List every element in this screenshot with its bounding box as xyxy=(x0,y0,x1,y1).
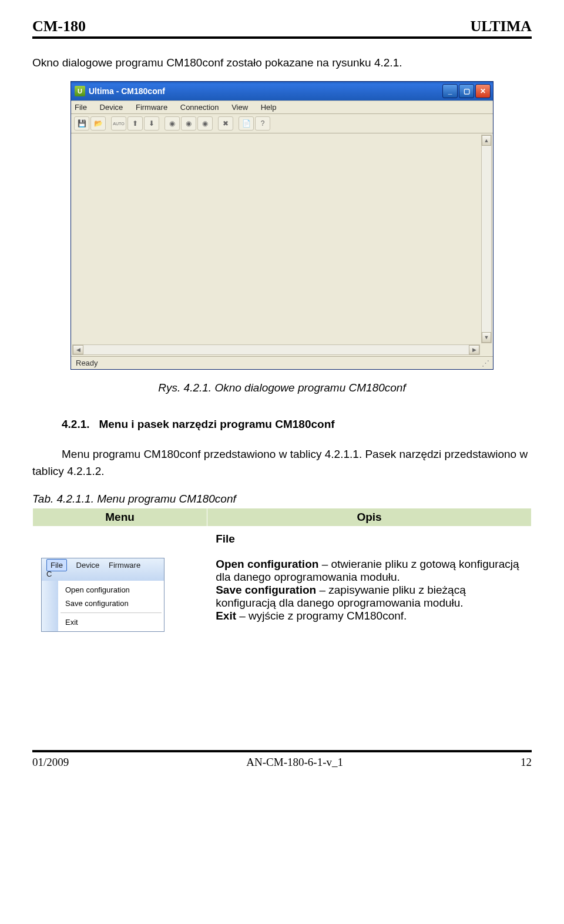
disconnect-icon[interactable]: ✖ xyxy=(218,116,233,130)
file-menu-tabs: File Device Firmware C xyxy=(42,558,164,581)
footer-rule xyxy=(32,750,532,752)
scroll-right-icon[interactable]: ▶ xyxy=(469,345,479,354)
col-menu-header: Menu xyxy=(33,508,207,527)
menu-item-save-configuration[interactable]: Save configuration xyxy=(58,597,164,610)
scroll-left-icon[interactable]: ◀ xyxy=(73,345,83,354)
titlebar: U Ultima - CM180conf _ ▢ ✕ xyxy=(71,82,493,101)
section-number: 4.2.1. xyxy=(62,418,90,430)
menu-separator xyxy=(61,612,162,613)
menu-item-open-configuration[interactable]: Open configuration xyxy=(58,583,164,597)
client-area: ▲ ▼ ◀ ▶ xyxy=(71,133,493,357)
minimize-button[interactable]: _ xyxy=(442,84,458,98)
scroll-up-icon[interactable]: ▲ xyxy=(482,135,491,146)
menu-item-exit[interactable]: Exit xyxy=(58,615,164,629)
menu-connection[interactable]: Connection xyxy=(180,103,219,112)
auto-icon[interactable]: AUTO xyxy=(111,116,126,130)
menu-table: Menu Opis File File Device Firmware C Op… xyxy=(32,508,532,638)
footer-left: 01/2009 xyxy=(32,756,69,769)
doc-icon[interactable]: 📄 xyxy=(239,116,254,130)
doc-header-left: CM-180 xyxy=(32,18,86,35)
intro-paragraph: Okno dialogowe programu CM180conf został… xyxy=(32,56,532,69)
col-opis-header: Opis xyxy=(207,508,532,527)
node-b-icon[interactable]: ◉ xyxy=(181,116,196,130)
menu-file[interactable]: File xyxy=(75,103,87,112)
figure-caption: Rys. 4.2.1. Okno dialogowe programu CM18… xyxy=(32,381,532,394)
tab-device[interactable]: Device xyxy=(76,561,100,570)
menu-help[interactable]: Help xyxy=(261,103,277,112)
close-button[interactable]: ✕ xyxy=(475,84,491,98)
file-section-label: File xyxy=(216,533,235,545)
statusbar: Ready ⋰ xyxy=(71,357,493,369)
section-title: Menu i pasek narzędzi programu CM180conf xyxy=(99,418,334,430)
scroll-down-icon[interactable]: ▼ xyxy=(482,332,491,343)
maximize-button[interactable]: ▢ xyxy=(459,84,474,98)
tab-firmware[interactable]: Firmware xyxy=(109,561,140,570)
file-menu-cell: File Device Firmware C Open configuratio… xyxy=(33,552,207,638)
footer-center: AN-CM-180-6-1-v_1 xyxy=(246,756,343,769)
menubar: File Device Firmware Connection View Hel… xyxy=(71,101,493,114)
node-a-icon[interactable]: ◉ xyxy=(164,116,180,130)
toolbar: 💾 📂 AUTO ⬆ ⬇ ◉ ◉ ◉ ✖ 📄 ? xyxy=(71,114,493,133)
header-rule xyxy=(32,36,532,39)
open-icon[interactable]: 📂 xyxy=(90,116,106,130)
file-description-cell: Open configuration – otwieranie pliku z … xyxy=(207,552,532,638)
table-caption: Tab. 4.2.1.1. Menu programu CM180conf xyxy=(32,493,532,505)
help-icon[interactable]: ? xyxy=(255,116,270,130)
download-icon[interactable]: ⬇ xyxy=(144,116,159,130)
section-paragraph: Menu programu CM180conf przedstawiono w … xyxy=(32,446,532,480)
desc-open-bold: Open configuration xyxy=(216,558,318,570)
app-icon: U xyxy=(75,86,85,96)
desc-exit-bold: Exit xyxy=(216,610,236,622)
app-window-screenshot: U Ultima - CM180conf _ ▢ ✕ File Device F… xyxy=(70,81,494,370)
upload-icon[interactable]: ⬆ xyxy=(127,116,143,130)
desc-exit-text: – wyjście z programy CM180conf. xyxy=(236,610,407,622)
node-c-icon[interactable]: ◉ xyxy=(197,116,213,130)
menu-device[interactable]: Device xyxy=(100,103,123,112)
resize-grip-icon[interactable]: ⋰ xyxy=(482,359,488,367)
menu-firmware[interactable]: Firmware xyxy=(136,103,167,112)
menu-view[interactable]: View xyxy=(231,103,248,112)
footer-right: 12 xyxy=(521,756,532,769)
desc-save-bold: Save configuration xyxy=(216,584,316,596)
status-text: Ready xyxy=(76,359,98,367)
save-icon[interactable]: 💾 xyxy=(74,116,89,130)
section-heading: 4.2.1. Menu i pasek narzędzi programu CM… xyxy=(32,418,532,431)
vertical-scrollbar[interactable]: ▲ ▼ xyxy=(481,135,492,343)
tab-c[interactable]: C xyxy=(46,570,52,578)
horizontal-scrollbar[interactable]: ◀ ▶ xyxy=(72,344,480,355)
window-title: Ultima - CM180conf xyxy=(89,86,165,96)
file-menu-screenshot: File Device Firmware C Open configuratio… xyxy=(41,558,164,632)
doc-header-right: ULTIMA xyxy=(470,18,532,35)
